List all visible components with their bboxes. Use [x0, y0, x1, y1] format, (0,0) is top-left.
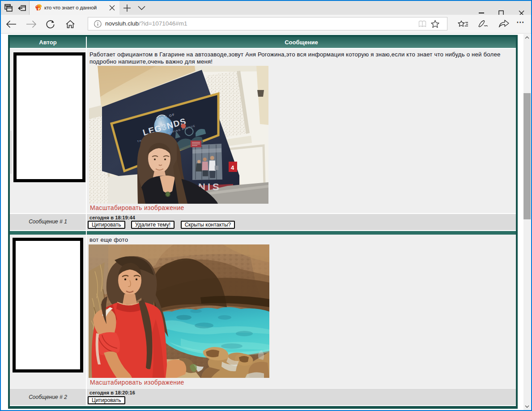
svg-text:4: 4 [231, 164, 234, 171]
